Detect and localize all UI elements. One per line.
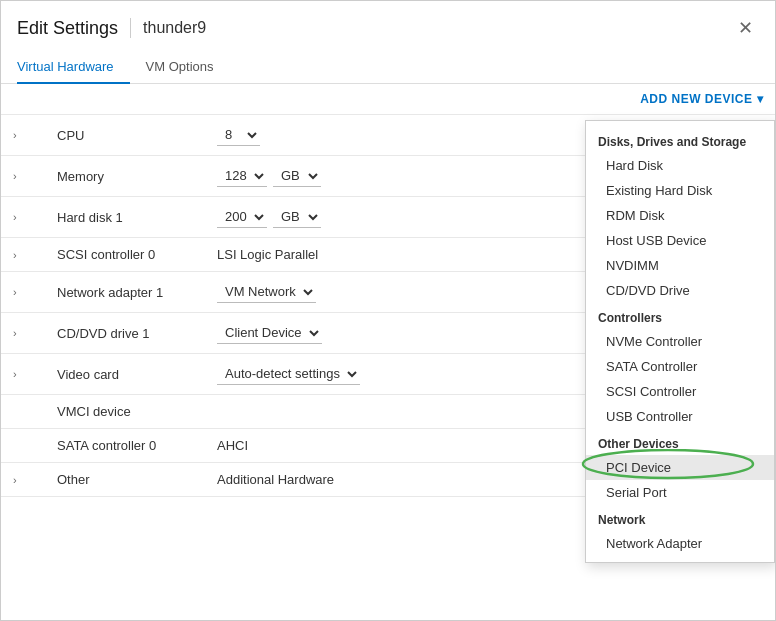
chevron-down-icon: ▾ — [757, 92, 764, 106]
expand-video-card[interactable]: › — [1, 354, 45, 395]
label-memory: Memory — [45, 156, 205, 197]
dropdown-section-label-other: Other Devices — [586, 429, 774, 455]
dropdown-item-host-usb-device[interactable]: Host USB Device — [586, 228, 774, 253]
dropdown-item-nvdimm[interactable]: NVDIMM — [586, 253, 774, 278]
dropdown-item-sata-controller[interactable]: SATA Controller — [586, 354, 774, 379]
pci-device-highlight-circle — [580, 449, 760, 483]
tab-virtual-hardware[interactable]: Virtual Hardware — [17, 51, 130, 84]
content-area: ADD NEW DEVICE ▾ › CPU 8 — [1, 84, 775, 620]
hard-disk-1-size-select[interactable]: 200 100 — [217, 206, 267, 228]
dropdown-item-usb-controller[interactable]: USB Controller — [586, 404, 774, 429]
cpu-select[interactable]: 8 1 2 4 16 — [217, 124, 260, 146]
vm-name: thunder9 — [143, 19, 206, 37]
label-video-card: Video card — [45, 354, 205, 395]
dropdown-item-rdm-disk[interactable]: RDM Disk — [586, 203, 774, 228]
expand-scsi-controller-0[interactable]: › — [1, 238, 45, 272]
dropdown-item-cd-dvd-drive[interactable]: CD/DVD Drive — [586, 278, 774, 303]
label-network-adapter-1: Network adapter 1 — [45, 272, 205, 313]
expand-sata-controller-0 — [1, 429, 45, 463]
dropdown-section-label-network: Network — [586, 505, 774, 531]
tabs-bar: Virtual Hardware VM Options — [1, 51, 775, 84]
dropdown-item-scsi-controller[interactable]: SCSI Controller — [586, 379, 774, 404]
add-device-bar: ADD NEW DEVICE ▾ — [1, 84, 775, 114]
add-new-device-button[interactable]: ADD NEW DEVICE ▾ — [640, 92, 763, 106]
label-cd-dvd-drive-1: CD/DVD drive 1 — [45, 313, 205, 354]
video-card-select[interactable]: Auto-detect settings — [217, 363, 360, 385]
expand-hard-disk-1[interactable]: › — [1, 197, 45, 238]
svg-point-0 — [583, 450, 753, 478]
header-divider — [130, 18, 131, 38]
dropdown-item-nvme-controller[interactable]: NVMe Controller — [586, 329, 774, 354]
close-button[interactable]: ✕ — [732, 15, 759, 41]
dropdown-section-label-controllers: Controllers — [586, 303, 774, 329]
dropdown-section-label-storage: Disks, Drives and Storage — [586, 127, 774, 153]
expand-network-adapter-1[interactable]: › — [1, 272, 45, 313]
memory-amount-select[interactable]: 128 64 256 — [217, 165, 267, 187]
dropdown-item-hard-disk[interactable]: Hard Disk — [586, 153, 774, 178]
label-hard-disk-1: Hard disk 1 — [45, 197, 205, 238]
label-sata-controller-0: SATA controller 0 — [45, 429, 205, 463]
network-adapter-1-select[interactable]: VM Network — [217, 281, 316, 303]
pci-device-container: PCI Device — [586, 455, 774, 480]
expand-vmci-device — [1, 395, 45, 429]
expand-cd-dvd-drive-1[interactable]: › — [1, 313, 45, 354]
label-cpu: CPU — [45, 115, 205, 156]
expand-memory[interactable]: › — [1, 156, 45, 197]
edit-settings-dialog: Edit Settings thunder9 ✕ Virtual Hardwar… — [0, 0, 776, 621]
cd-dvd-drive-1-select[interactable]: Client Device — [217, 322, 322, 344]
dialog-title: Edit Settings — [17, 18, 118, 39]
dropdown-item-existing-hard-disk[interactable]: Existing Hard Disk — [586, 178, 774, 203]
expand-other[interactable]: › — [1, 463, 45, 497]
tab-vm-options[interactable]: VM Options — [146, 51, 230, 84]
label-other: Other — [45, 463, 205, 497]
expand-cpu[interactable]: › — [1, 115, 45, 156]
add-device-dropdown: Disks, Drives and Storage Hard Disk Exis… — [585, 120, 775, 563]
label-vmci-device: VMCI device — [45, 395, 205, 429]
dialog-header: Edit Settings thunder9 ✕ — [1, 1, 775, 51]
hard-disk-1-unit-select[interactable]: GB MB — [273, 206, 321, 228]
dropdown-item-network-adapter[interactable]: Network Adapter — [586, 531, 774, 556]
dropdown-item-serial-port[interactable]: Serial Port — [586, 480, 774, 505]
label-scsi-controller-0: SCSI controller 0 — [45, 238, 205, 272]
memory-unit-select[interactable]: GB MB — [273, 165, 321, 187]
dropdown-item-pci-device[interactable]: PCI Device — [586, 455, 774, 480]
